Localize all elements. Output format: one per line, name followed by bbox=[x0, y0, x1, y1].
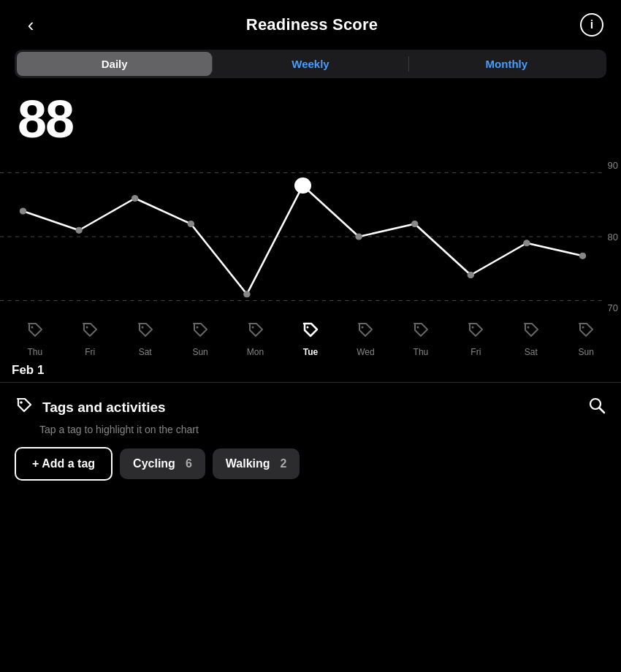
day-label-thu1: Thu bbox=[27, 347, 42, 357]
day-label-sun2: Sun bbox=[579, 347, 594, 357]
tag-fri-2[interactable]: Fri bbox=[449, 321, 503, 357]
svg-point-25 bbox=[20, 401, 23, 404]
chart-container: 90 80 70 bbox=[0, 160, 621, 313]
walking-label: Walking bbox=[226, 457, 270, 470]
tag-sat-1[interactable]: Sat bbox=[118, 321, 172, 357]
tag-mon[interactable]: Mon bbox=[228, 321, 283, 357]
readiness-chart bbox=[0, 160, 621, 313]
tab-daily[interactable]: Daily bbox=[17, 52, 212, 76]
activities-subtitle: Tap a tag to highlight it on the chart bbox=[39, 424, 606, 435]
svg-point-5 bbox=[132, 196, 137, 202]
info-button[interactable]: i bbox=[580, 13, 603, 37]
tag-icon-wed bbox=[356, 321, 375, 344]
tag-icon-thu1 bbox=[26, 321, 45, 344]
svg-point-17 bbox=[197, 327, 199, 329]
day-label-mon: Mon bbox=[247, 347, 264, 357]
activities-title: Tags and activities bbox=[42, 400, 166, 416]
tag-icon-fri2 bbox=[466, 321, 485, 344]
day-label-fri2: Fri bbox=[470, 347, 481, 357]
y-label-80: 80 bbox=[608, 232, 618, 243]
cycling-label: Cycling bbox=[133, 457, 175, 470]
tag-icon-sat1 bbox=[136, 321, 155, 344]
score-value: 88 bbox=[18, 93, 603, 145]
tag-icon-fri1 bbox=[80, 321, 99, 344]
tag-fri-1[interactable]: Fri bbox=[62, 321, 117, 357]
score-section: 88 bbox=[0, 85, 621, 145]
svg-point-16 bbox=[141, 327, 143, 329]
activities-title-row: Tags and activities bbox=[15, 396, 166, 419]
svg-point-22 bbox=[472, 327, 474, 329]
svg-line-27 bbox=[600, 408, 605, 413]
svg-point-8 bbox=[295, 178, 310, 193]
svg-point-18 bbox=[251, 327, 254, 329]
activities-tag-icon bbox=[15, 396, 34, 419]
day-label-sat2: Sat bbox=[525, 347, 538, 357]
tag-icon-sat2 bbox=[522, 321, 541, 344]
walking-chip[interactable]: Walking 2 bbox=[213, 448, 300, 479]
tag-icon-sun1 bbox=[191, 321, 210, 344]
svg-point-13 bbox=[579, 253, 585, 259]
svg-point-11 bbox=[468, 272, 473, 278]
svg-point-6 bbox=[188, 221, 194, 227]
day-tags-row: Thu Fri Sat Sun Mon Tue Wed bbox=[0, 313, 621, 357]
tag-icon-thu2 bbox=[411, 321, 430, 344]
cycling-count: 6 bbox=[186, 457, 192, 470]
info-icon: i bbox=[590, 18, 593, 31]
date-label: Feb 1 bbox=[0, 357, 621, 382]
day-label-sat1: Sat bbox=[139, 347, 152, 357]
header: ‹ Readiness Score i bbox=[0, 0, 621, 45]
activities-header: Tags and activities bbox=[15, 396, 606, 419]
y-label-70: 70 bbox=[608, 302, 618, 313]
svg-point-20 bbox=[362, 327, 364, 329]
tag-icon-sun2 bbox=[576, 321, 595, 344]
day-label-tue: Tue bbox=[303, 347, 318, 357]
day-label-thu2: Thu bbox=[414, 347, 429, 357]
tab-bar: Daily Weekly Monthly bbox=[15, 50, 606, 78]
day-label-wed: Wed bbox=[357, 347, 374, 357]
tag-sun-2[interactable]: Sun bbox=[559, 321, 614, 357]
svg-point-21 bbox=[416, 327, 419, 329]
svg-point-3 bbox=[20, 208, 26, 214]
back-button[interactable]: ‹ bbox=[18, 14, 44, 37]
page-title: Readiness Score bbox=[246, 15, 378, 34]
svg-point-23 bbox=[527, 327, 529, 329]
svg-point-15 bbox=[86, 327, 88, 329]
tag-wed[interactable]: Wed bbox=[338, 321, 393, 357]
svg-point-24 bbox=[582, 327, 584, 329]
svg-point-14 bbox=[31, 327, 33, 329]
svg-point-10 bbox=[412, 221, 418, 227]
svg-point-12 bbox=[524, 240, 530, 246]
add-tag-button[interactable]: + Add a tag bbox=[15, 447, 113, 481]
walking-count: 2 bbox=[281, 457, 287, 470]
search-icon[interactable] bbox=[587, 396, 606, 419]
tab-weekly[interactable]: Weekly bbox=[213, 52, 408, 76]
tag-thu-1[interactable]: Thu bbox=[7, 321, 62, 357]
y-label-90: 90 bbox=[608, 160, 618, 171]
svg-point-4 bbox=[76, 227, 82, 233]
activities-buttons: + Add a tag Cycling 6 Walking 2 bbox=[15, 447, 606, 481]
tag-icon-tue bbox=[301, 321, 320, 344]
tab-monthly[interactable]: Monthly bbox=[409, 52, 604, 76]
svg-point-7 bbox=[244, 291, 250, 297]
svg-point-19 bbox=[306, 327, 308, 329]
day-label-sun1: Sun bbox=[192, 347, 207, 357]
tag-icon-mon bbox=[246, 321, 265, 344]
tag-thu-2[interactable]: Thu bbox=[393, 321, 448, 357]
cycling-chip[interactable]: Cycling 6 bbox=[120, 448, 205, 479]
day-label-fri1: Fri bbox=[85, 347, 95, 357]
svg-point-9 bbox=[356, 234, 362, 240]
tag-sun-1[interactable]: Sun bbox=[172, 321, 227, 357]
tag-tue[interactable]: Tue bbox=[283, 321, 338, 357]
activities-section: Tags and activities Tap a tag to highlig… bbox=[0, 383, 621, 492]
tag-sat-2[interactable]: Sat bbox=[503, 321, 558, 357]
